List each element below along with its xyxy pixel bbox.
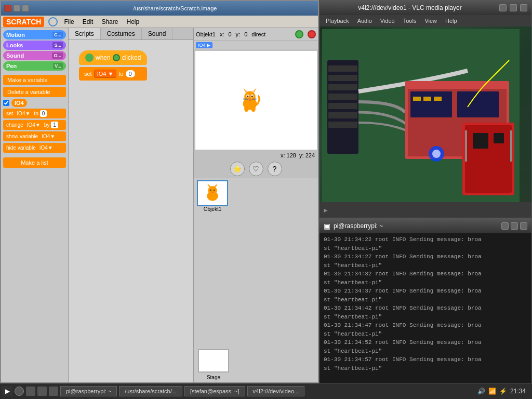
svg-point-8 — [247, 96, 248, 97]
block-hide-variable[interactable]: hide variable IO4▼ — [3, 143, 66, 153]
taskbar-time: 21:34 — [510, 388, 526, 395]
svg-point-18 — [208, 186, 217, 195]
vlc-menu-help[interactable]: Help — [441, 17, 461, 25]
svg-rect-44 — [473, 133, 488, 149]
network-icon[interactable]: 📶 — [488, 388, 496, 395]
tab-costumes[interactable]: Costumes — [101, 28, 142, 39]
scratch-stage-area: Objekt1 x: 0 y: 0 direct IO4 ▶ — [193, 28, 318, 382]
scratch-titlebar: /usr/share/scratch/Scratch.image — [1, 1, 318, 16]
block-set[interactable]: set IO4▼ to 0 — [3, 109, 66, 118]
variable-section: Make a variable Delete a variable IO4 se… — [1, 73, 68, 170]
block-show-variable[interactable]: show variable IO4▼ — [3, 131, 66, 141]
close-btn[interactable] — [4, 5, 11, 12]
delete-variable-button[interactable]: Delete a variable — [3, 87, 66, 97]
svg-point-1 — [244, 91, 256, 103]
term-line-4: 01-30 21:34:32 root INFO Sending message… — [324, 270, 527, 278]
vlc-min-btn[interactable] — [499, 4, 507, 11]
sprite-item-objekt1: Objekt1 — [196, 180, 229, 212]
taskbar-scratch[interactable]: /usr/share/scratch/... — [119, 386, 182, 396]
volume-icon[interactable]: 🔊 — [477, 388, 485, 395]
category-motion[interactable]: Motion C... — [3, 30, 66, 39]
block-change[interactable]: change IO4▼ by 1 — [3, 120, 66, 130]
stage-box[interactable] — [198, 349, 229, 373]
taskbar-icon-3[interactable] — [37, 387, 47, 396]
command-block-set[interactable]: set IO4 ▼ to 0 — [79, 67, 147, 81]
term-line-3: st "heartbeat-pi" — [324, 261, 527, 270]
svg-point-15 — [244, 106, 248, 112]
taskbar-terminal[interactable]: pi@raspberrypi: ~ — [60, 386, 117, 396]
globe-icon[interactable] — [48, 17, 58, 26]
sprite-x: 0 — [228, 31, 231, 37]
term-line-14: 01-30 21:34:57 root INFO Sending message… — [324, 355, 527, 364]
svg-rect-38 — [423, 97, 431, 101]
script-tabs: Scripts Costumes Sound — [69, 28, 193, 40]
min-btn[interactable] — [13, 5, 20, 12]
sprite-thumb-svg — [202, 183, 223, 204]
vlc-status: ▶ — [324, 207, 328, 213]
vlc-menu-tools[interactable]: Tools — [399, 17, 421, 25]
red-stop-stage[interactable] — [308, 30, 316, 38]
hide-var-dropdown[interactable]: IO4▼ — [37, 144, 55, 151]
hat-block[interactable]: when clicked — [79, 50, 147, 65]
terminal-max-btn[interactable] — [511, 222, 518, 230]
stage-controls: ⭐ ♡ ? — [194, 159, 318, 178]
category-pen[interactable]: Pen V... — [3, 61, 66, 71]
vlc-max-btn[interactable] — [510, 4, 517, 11]
vlc-close-btn[interactable] — [520, 4, 527, 11]
taskbar-espass[interactable]: [stefan@espass: ~] — [184, 386, 245, 396]
top-area: /usr/share/scratch/Scratch.image SCRATCH… — [0, 0, 532, 383]
sprite-objekt1-label: Objekt1 — [204, 206, 221, 212]
tab-scripts[interactable]: Scripts — [69, 28, 101, 39]
taskbar-icon-1[interactable] — [15, 387, 24, 396]
breadboard-svg — [322, 29, 520, 202]
make-variable-button[interactable]: Make a variable — [3, 75, 66, 85]
heart-button[interactable]: ♡ — [249, 162, 263, 176]
term-line-1: st "heartbeat-pi" — [324, 244, 527, 253]
taskbar-icon-2[interactable] — [26, 387, 35, 396]
svg-rect-31 — [328, 112, 357, 118]
stage-canvas — [195, 51, 317, 150]
sprite-thumbnail[interactable] — [197, 180, 228, 206]
terminal-min-btn[interactable] — [501, 222, 509, 230]
question-button[interactable]: ? — [268, 162, 282, 176]
io-badge-row: IO4 ▶ — [194, 41, 318, 49]
svg-point-41 — [432, 150, 441, 158]
vlc-menu-video[interactable]: Video — [376, 17, 399, 25]
term-line-13: st "heartbeat-pi" — [324, 347, 527, 356]
menu-share[interactable]: Share — [97, 17, 122, 26]
max-btn[interactable] — [22, 5, 29, 12]
category-sound[interactable]: Sound O... — [3, 51, 66, 60]
set-var-dropdown[interactable]: IO4▼ — [15, 110, 32, 117]
vlc-menubar: Playback Audio Video Tools View Help — [320, 15, 531, 26]
vlc-menu-audio[interactable]: Audio — [353, 17, 376, 25]
taskbar-icon-4[interactable] — [49, 387, 58, 396]
menu-edit[interactable]: Edit — [78, 17, 98, 26]
tab-sound[interactable]: Sound — [142, 28, 173, 39]
cmd-val: 0 — [126, 70, 135, 77]
green-flag-stage[interactable] — [295, 30, 303, 38]
vlc-menu-playback[interactable]: Playback — [322, 17, 353, 25]
svg-rect-29 — [328, 94, 357, 100]
term-line-9: st "heartbeat-pi" — [324, 313, 527, 322]
start-button[interactable]: ▶ — [2, 386, 12, 396]
menu-file[interactable]: File — [60, 17, 78, 26]
io4-checkbox[interactable] — [3, 100, 9, 106]
change-var-dropdown[interactable]: IO4▼ — [25, 122, 43, 128]
term-line-0: 01-30 21:34:22 root INFO Sending message… — [324, 235, 527, 244]
show-var-dropdown[interactable]: IO4▼ — [39, 133, 57, 140]
vlc-menu-view[interactable]: View — [420, 17, 441, 25]
make-list-button[interactable]: Make a list — [3, 157, 66, 168]
vlc-controls: ▶ — [320, 202, 531, 218]
svg-point-10 — [249, 98, 250, 100]
svg-rect-28 — [328, 84, 357, 90]
cmd-var-dropdown[interactable]: IO4 ▼ — [94, 70, 117, 78]
svg-rect-45 — [494, 133, 504, 143]
scratch-title-text: /usr/share/scratch/Scratch.image — [35, 5, 315, 11]
sprite-name: Objekt1 — [196, 31, 216, 37]
menu-help[interactable]: Help — [122, 17, 143, 26]
category-looks[interactable]: Looks S... — [3, 41, 66, 50]
taskbar-vlc[interactable]: v4l2:///dev/video... — [247, 386, 305, 396]
star-button[interactable]: ⭐ — [230, 162, 245, 176]
term-line-2: 01-30 21:34:27 root INFO Sending message… — [324, 252, 527, 261]
terminal-close-btn[interactable] — [520, 222, 527, 230]
